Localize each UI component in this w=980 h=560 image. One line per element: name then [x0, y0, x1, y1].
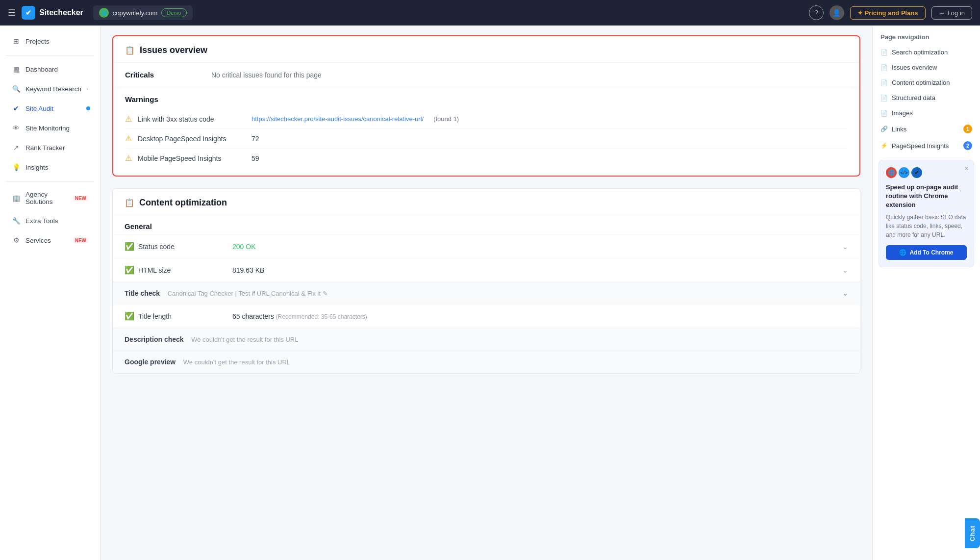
sidebar-item-insights[interactable]: 💡 Insights [3, 158, 97, 177]
login-button[interactable]: → Log in [931, 6, 972, 20]
content-card-header: 📋 Content optimization [113, 189, 860, 215]
title-length-check-icon: ✅ [125, 311, 134, 321]
criticals-section: Criticals No critical issues found for t… [113, 63, 859, 87]
right-panel: Page navigation 📄 Search optimization 📄 … [872, 25, 980, 560]
services-icon: ⚙ [12, 236, 21, 245]
general-section-header: General [113, 215, 860, 235]
nav-item-images[interactable]: 📄 Images [873, 105, 980, 121]
nav-item-structured-data[interactable]: 📄 Structured data [873, 90, 980, 105]
warning-found-1: (found 1) [433, 115, 459, 123]
page-nav-title: Page navigation [873, 25, 980, 45]
status-code-check-icon: ✅ [125, 242, 134, 251]
nav-item-content-optimization[interactable]: 📄 Content optimization [873, 75, 980, 90]
sidebar-item-dashboard[interactable]: ▦ Dashboard [3, 60, 97, 78]
sidebar-item-label: Agency Solutions [25, 191, 66, 205]
sidebar-item-rank-tracker[interactable]: ↗ Rank Tracker [3, 138, 97, 157]
nav-item-label: Issues overview [892, 64, 937, 71]
chrome-promo-close-button[interactable]: × [964, 164, 969, 173]
chrome-icon: 🌐 [886, 167, 897, 178]
sidebar-item-site-monitoring[interactable]: 👁 Site Monitoring [3, 119, 97, 137]
warning-label-3: Mobile PageSpeed Insights [138, 154, 246, 162]
description-check-label: Description check [125, 335, 184, 343]
html-size-chevron[interactable]: ⌄ [842, 266, 848, 274]
hamburger-icon[interactable]: ☰ [8, 7, 16, 18]
warning-link-1[interactable]: https://sitechecker.pro/site-audit-issue… [251, 115, 424, 123]
warning-icon-3: ⚠ [125, 153, 132, 163]
topnav: ☰ ✔ Sitechecker 🌐 copywritely.com Demo ?… [0, 0, 980, 25]
search-opt-icon: 📄 [880, 49, 888, 56]
logo-icon: ✔ [22, 6, 35, 20]
content-optimization-card: 📋 Content optimization General ✅ Status … [112, 188, 860, 374]
warning-value-3: 59 [251, 154, 259, 162]
warning-icon-1: ⚠ [125, 114, 132, 124]
rank-tracker-icon: ↗ [12, 143, 21, 152]
title-length-value: 65 characters (Recommended: 35-65 charac… [232, 312, 848, 320]
warnings-title: Warnings [125, 95, 848, 103]
warning-label-1: Link with 3xx status code [138, 115, 246, 123]
sidebar-item-projects[interactable]: ⊞ Projects [3, 32, 97, 51]
chat-label: Chat [969, 525, 976, 541]
title-check-value: Canonical Tag Checker | Test if URL Cano… [168, 290, 328, 297]
criticals-value: No critical issues found for this page [211, 71, 322, 79]
nav-item-label: Content optimization [892, 79, 950, 86]
html-size-check-icon: ✅ [125, 265, 134, 275]
status-code-row[interactable]: ✅ Status code 200 OK ⌄ [113, 235, 860, 258]
nav-item-label: Images [892, 109, 913, 117]
sidebar-item-services[interactable]: ⚙ Services NEW [3, 231, 97, 250]
html-size-row[interactable]: ✅ HTML size 819.63 KB ⌄ [113, 258, 860, 282]
nav-item-pagespeed[interactable]: ⚡ PageSpeed Insights 2 [873, 137, 980, 154]
main-content: 📋 Issues overview Criticals No critical … [101, 25, 872, 560]
chat-bubble[interactable]: Chat [965, 518, 980, 548]
google-preview-value: We couldn't get the result for this URL [183, 358, 290, 366]
new-badge: NEW [73, 195, 88, 202]
chrome-promo-title: Speed up on-page audit routine with Chro… [886, 183, 967, 210]
nav-item-search-optimization[interactable]: 📄 Search optimization [873, 45, 980, 60]
logo-text: Sitechecker [39, 8, 83, 17]
nav-item-label: Search optimization [892, 49, 948, 56]
projects-icon: ⊞ [12, 37, 21, 46]
content-opt-icon: 📄 [880, 79, 888, 86]
sidebar-item-label: Projects [25, 38, 88, 45]
site-name: copywritely.com [113, 9, 158, 17]
user-avatar[interactable]: 👤 [829, 5, 844, 20]
title-check-chevron[interactable]: ⌄ [842, 289, 848, 297]
pricing-button[interactable]: ✦ Pricing and Plans [850, 6, 926, 20]
title-length-left: ✅ Title length [125, 311, 232, 321]
nav-item-label: Structured data [892, 94, 935, 102]
dashboard-icon: ▦ [12, 65, 21, 74]
google-preview-label: Google preview [125, 358, 176, 366]
sidebar-item-label: Dashboard [25, 66, 88, 73]
keyword-research-icon: 🔍 [12, 84, 21, 93]
login-label: Log in [948, 9, 965, 17]
sidebar-item-extra-tools[interactable]: 🔧 Extra Tools [3, 211, 97, 230]
chrome-btn-icon: 🌐 [899, 249, 906, 256]
warnings-section: Warnings ⚠ Link with 3xx status code htt… [113, 87, 859, 176]
status-code-left: ✅ Status code [125, 242, 232, 251]
content-header-icon: 📋 [125, 198, 134, 207]
title-check-label: Title check [125, 289, 160, 297]
sidebar-item-agency-solutions[interactable]: 🏢 Agency Solutions NEW [3, 186, 97, 210]
sidebar: ⊞ Projects ▦ Dashboard 🔍 Keyword Researc… [0, 25, 101, 560]
sidebar-item-label: Extra Tools [25, 217, 88, 225]
add-to-chrome-button[interactable]: 🌐 Add To Chrome [886, 245, 967, 260]
warning-row-1: ⚠ Link with 3xx status code https://site… [125, 109, 848, 129]
chevron-icon: › [86, 86, 88, 92]
sidebar-item-site-audit[interactable]: ✔ Site Audit [3, 99, 97, 118]
nav-item-issues-overview[interactable]: 📄 Issues overview [873, 60, 980, 75]
nav-item-links[interactable]: 🔗 Links 1 [873, 121, 980, 137]
sidebar-item-label: Keyword Research [25, 85, 81, 93]
warning-row-2: ⚠ Desktop PageSpeed Insights 72 [125, 129, 848, 149]
issues-card-header: 📋 Issues overview [113, 36, 859, 63]
issues-card-title: Issues overview [140, 45, 207, 55]
chrome-btn-label: Add To Chrome [909, 249, 953, 256]
sidebar-item-keyword-research[interactable]: 🔍 Keyword Research › [3, 79, 97, 98]
sidebar-item-label: Services [25, 237, 66, 244]
site-selector[interactable]: 🌐 copywritely.com Demo [93, 5, 193, 20]
sidebar-item-label: Site Audit [25, 105, 88, 112]
status-code-chevron[interactable]: ⌄ [842, 243, 848, 251]
chrome-promo-card: × 🌐 </> ✔ Speed up on-page audit routine… [879, 160, 974, 267]
pagespeed-badge: 2 [963, 141, 972, 150]
help-button[interactable]: ? [809, 5, 824, 20]
site-audit-icon: ✔ [12, 104, 21, 113]
warning-value-2: 72 [251, 135, 259, 143]
